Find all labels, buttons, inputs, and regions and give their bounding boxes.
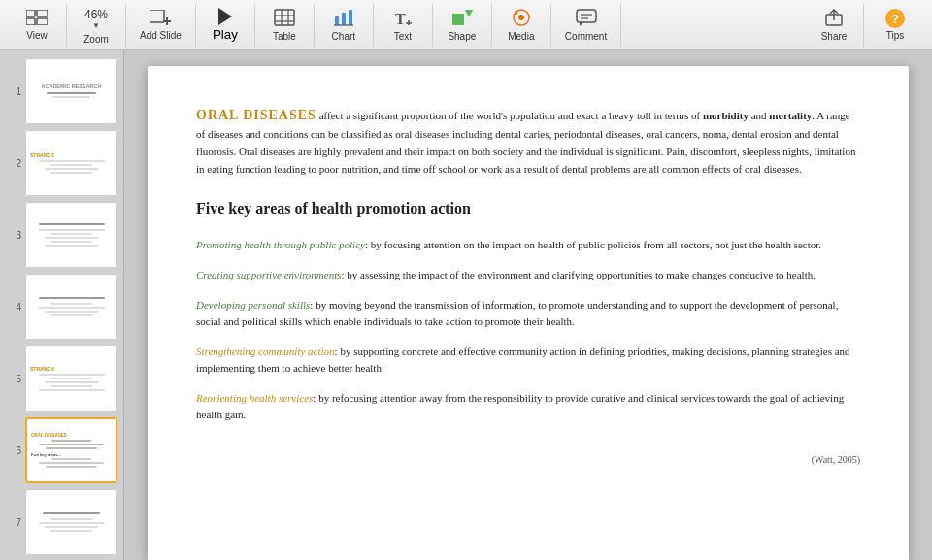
svg-text:T: T — [395, 11, 406, 26]
comment-button[interactable]: Comment — [559, 4, 613, 47]
bullet-4-label: Strengthening community action — [196, 346, 335, 357]
shape-group: Shape — [433, 4, 492, 47]
text-icon: T — [392, 9, 414, 29]
tips-icon: ? — [885, 9, 905, 28]
oral-diseases-title: ORAL DISEASES — [196, 108, 316, 122]
add-slide-icon — [150, 10, 171, 28]
chart-button[interactable]: Chart — [322, 4, 365, 47]
zoom-group: 46% ▼ Zoom — [67, 4, 126, 47]
tips-group: ? Tips — [866, 4, 924, 47]
shape-icon — [451, 9, 473, 29]
slide-number-5: 5 — [8, 374, 21, 384]
slide-number-6: 6 — [8, 445, 21, 456]
citation: (Watt, 2005) — [196, 452, 860, 468]
media-label: Media — [508, 31, 534, 42]
chart-icon — [333, 9, 354, 29]
mortality-bold: mortality — [769, 110, 812, 121]
slide-thumb-1[interactable]: 1 ACADEMIC RESEARCH — [25, 58, 117, 124]
share-group: Share — [805, 4, 864, 47]
table-group: Table — [255, 4, 315, 47]
add-slide-button[interactable]: Add Slide — [134, 4, 187, 47]
toolbar-right: Share ? Tips — [805, 4, 924, 47]
share-label: Share — [821, 31, 848, 42]
svg-rect-19 — [452, 14, 464, 25]
svg-rect-13 — [342, 13, 346, 25]
slide-thumb-7[interactable]: 7 — [25, 489, 117, 555]
slide-preview-5: STRAND II — [25, 346, 117, 412]
zoom-label: Zoom — [83, 34, 109, 45]
comment-label: Comment — [565, 31, 607, 42]
tips-button[interactable]: ? Tips — [874, 4, 916, 47]
media-button[interactable]: Media — [500, 4, 543, 47]
slide-preview-3 — [25, 202, 117, 268]
slide-thumb-5[interactable]: 5 STRAND II — [25, 346, 117, 412]
media-icon — [511, 9, 532, 29]
zoom-value: 46% — [84, 8, 108, 21]
slide-number-4: 4 — [8, 302, 21, 313]
slide-number-1: 1 — [8, 86, 21, 97]
slide-thumb-4[interactable]: 4 — [25, 274, 117, 340]
slide-thumb-2[interactable]: 2 STRAND 1 — [25, 130, 117, 196]
slide-canvas: ORAL DISEASES affect a significant propo… — [148, 66, 909, 560]
bullet-1: Promoting health through public policy: … — [196, 237, 860, 253]
play-icon — [218, 8, 232, 25]
svg-point-23 — [515, 11, 518, 15]
slide-preview-2: STRAND 1 — [25, 130, 117, 196]
bullet-1-text: : by focusing attention on the impact on… — [365, 239, 821, 250]
share-button[interactable]: Share — [813, 4, 855, 47]
view-group: View — [8, 4, 67, 47]
view-label: View — [26, 30, 48, 41]
shape-label: Shape — [448, 31, 476, 42]
zoom-button[interactable]: 46% ▼ Zoom — [75, 4, 117, 47]
svg-marker-20 — [465, 10, 473, 17]
play-button[interactable]: Play — [204, 4, 247, 47]
slide-number-3: 3 — [8, 230, 21, 241]
bullet-1-label: Promoting health through public policy — [196, 239, 365, 250]
morbidity-bold: morbidity — [703, 110, 749, 121]
slide-panel: 1 ACADEMIC RESEARCH 2 STRAND 1 3 — [0, 50, 124, 560]
svg-rect-0 — [26, 10, 35, 16]
play-label: Play — [213, 27, 238, 42]
text-button[interactable]: T Text — [382, 4, 424, 47]
svg-rect-12 — [335, 16, 339, 25]
slide-thumb-6[interactable]: 6 ORAL DISEASES Five key areas... — [25, 417, 117, 483]
view-button[interactable]: View — [16, 4, 58, 47]
slide-number-7: 7 — [8, 517, 21, 528]
media-group: Media — [492, 4, 551, 47]
slide-preview-6: ORAL DISEASES Five key areas... — [25, 417, 117, 483]
svg-rect-2 — [26, 18, 35, 25]
bullet-3-label: Developing personal skills — [196, 299, 310, 311]
svg-point-22 — [518, 15, 524, 20]
share-icon — [823, 9, 845, 29]
bullet-2-text: : by assessing the impact of the environ… — [342, 269, 816, 280]
bullet-3: Developing personal skills: by moving be… — [196, 297, 860, 330]
add-slide-group: Add Slide — [126, 4, 196, 47]
svg-rect-24 — [577, 10, 596, 22]
comment-group: Comment — [551, 4, 621, 47]
slide-preview-1: ACADEMIC RESEARCH — [25, 58, 117, 124]
table-label: Table — [273, 31, 296, 42]
comment-icon — [576, 9, 597, 29]
play-group: Play — [196, 4, 255, 47]
zoom-display: 46% ▼ — [81, 6, 112, 32]
intro-paragraph: ORAL DISEASES affect a significant propo… — [196, 105, 860, 178]
view-icon — [26, 10, 48, 28]
slide-thumb-3[interactable]: 3 — [25, 202, 117, 268]
section-title: Five key areas of health promotion actio… — [196, 197, 860, 221]
shape-button[interactable]: Shape — [441, 4, 483, 47]
bullet-2: Creating supportive environments: by ass… — [196, 267, 860, 283]
slide-preview-7 — [25, 489, 117, 555]
paragraph1-mid: and — [749, 110, 769, 121]
toolbar: View 46% ▼ Zoom Add Slide Play — [0, 0, 932, 50]
slide-number-2: 2 — [8, 158, 21, 169]
table-button[interactable]: Table — [263, 4, 306, 47]
bullet-5: Reorienting health services: by refocusi… — [196, 390, 860, 423]
svg-rect-14 — [349, 10, 352, 25]
bullet-2-label: Creating supportive environments — [196, 269, 342, 280]
bullet-4: Strengthening community action: by suppo… — [196, 344, 860, 377]
svg-rect-4 — [150, 10, 164, 22]
add-slide-label: Add Slide — [140, 30, 182, 41]
svg-rect-1 — [37, 10, 48, 16]
svg-rect-3 — [37, 18, 48, 25]
main-area: 1 ACADEMIC RESEARCH 2 STRAND 1 3 — [0, 50, 932, 560]
